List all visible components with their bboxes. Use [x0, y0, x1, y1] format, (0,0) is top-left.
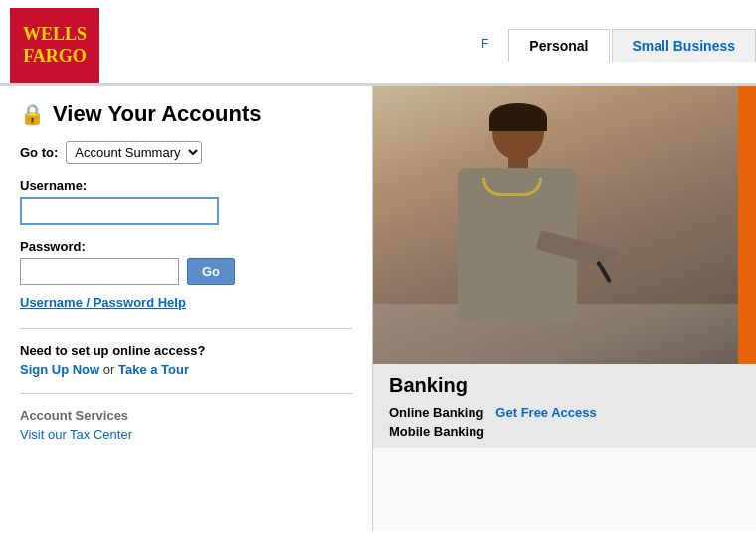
setup-title: Need to set up online access?: [20, 343, 352, 358]
banking-section: Banking Online Banking Get Free Access M…: [373, 364, 756, 448]
header-right: F Personal Small Business: [473, 29, 756, 62]
go-button[interactable]: Go: [187, 258, 235, 285]
get-free-access-link[interactable]: Get Free Access: [495, 405, 596, 420]
panel-title: 🔒 View Your Accounts: [20, 101, 352, 127]
left-panel: 🔒 View Your Accounts Go to: Account Summ…: [0, 86, 373, 531]
username-input[interactable]: [20, 197, 219, 225]
tab-personal[interactable]: Personal: [508, 29, 609, 62]
lock-icon: 🔒: [20, 102, 45, 126]
setup-links: Sign Up Now or Take a Tour: [20, 362, 352, 377]
wells-fargo-logo[interactable]: WELLS FARGO: [10, 8, 99, 83]
signup-link[interactable]: Sign Up Now: [20, 362, 99, 377]
or-text: or: [103, 362, 115, 377]
goto-select[interactable]: Account Summary Accounts Transfers Bill …: [66, 141, 202, 164]
main-layout: 🔒 View Your Accounts Go to: Account Summ…: [0, 86, 756, 531]
username-password-help-link[interactable]: Username / Password Help: [20, 295, 352, 310]
right-panel: Banking Online Banking Get Free Access M…: [373, 86, 756, 531]
password-row: Go: [20, 258, 352, 285]
goto-row: Go to: Account Summary Accounts Transfer…: [20, 141, 352, 164]
top-link[interactable]: F: [473, 33, 496, 55]
password-label: Password:: [20, 239, 352, 254]
banking-title: Banking: [389, 374, 740, 397]
tab-small-business[interactable]: Small Business: [612, 29, 757, 62]
hero-image: [373, 86, 756, 364]
setup-section: Need to set up online access? Sign Up No…: [20, 343, 352, 377]
panel-title-text: View Your Accounts: [53, 101, 261, 127]
orange-accent: [738, 86, 756, 364]
header: WELLS FARGO F Personal Small Business: [0, 0, 756, 86]
mobile-banking-label: Mobile Banking: [389, 424, 740, 439]
banking-links-row1: Online Banking Get Free Access: [389, 405, 740, 420]
online-banking-label: Online Banking: [389, 405, 483, 420]
account-services: Account Services Visit our Tax Center: [20, 408, 352, 442]
tax-center-link[interactable]: Visit our Tax Center: [20, 427, 132, 442]
divider-1: [20, 328, 352, 329]
logo-text: WELLS FARGO: [23, 24, 87, 67]
divider-2: [20, 393, 352, 394]
username-label: Username:: [20, 178, 352, 193]
account-services-title: Account Services: [20, 408, 352, 423]
password-input[interactable]: [20, 258, 179, 285]
tour-link[interactable]: Take a Tour: [118, 362, 189, 377]
goto-label: Go to:: [20, 145, 58, 160]
